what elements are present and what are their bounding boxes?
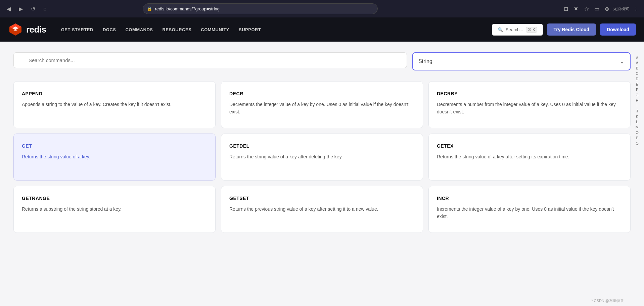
browser-actions: ⊡ 👁 ☆ ▭ ⊛ 无痕模式 ⋮: [562, 4, 640, 13]
browser-chrome: ◀ ▶ ↺ ⌂ 🔒 redis.io/commands/?group=strin…: [0, 0, 644, 17]
incognito-label: 无痕模式: [613, 6, 629, 12]
alpha-letter-Q[interactable]: Q: [634, 141, 640, 146]
split-view-icon[interactable]: ▭: [593, 4, 601, 13]
command-desc-getset: Returns the previous string value of a k…: [229, 206, 415, 213]
search-icon: 🔍: [498, 27, 503, 32]
alpha-letter-B[interactable]: B: [634, 66, 640, 70]
alphabet-sidebar: #ABCDEFGHIJKLMOPQ: [630, 52, 644, 148]
alpha-letter-E[interactable]: E: [634, 82, 640, 87]
command-search-input[interactable]: [13, 52, 407, 68]
command-card-decrby[interactable]: DECRBY Decrements a number from the inte…: [428, 81, 631, 128]
navbar: redis GET STARTED DOCS COMMANDS RESOURCE…: [0, 17, 644, 42]
command-title-decrby: DECRBY: [437, 91, 622, 96]
alpha-letter-P[interactable]: P: [634, 136, 640, 140]
command-title-decr: DECR: [229, 91, 415, 96]
navbar-links: GET STARTED DOCS COMMANDS RESOURCES COMM…: [61, 27, 261, 32]
command-title-append: APPEND: [22, 91, 207, 96]
command-title-incr: INCR: [437, 196, 622, 201]
command-title-getdel: GETDEL: [229, 143, 415, 149]
alpha-letter-M[interactable]: M: [634, 125, 640, 130]
bookmark-icon[interactable]: ☆: [583, 4, 590, 13]
nav-resources[interactable]: RESOURCES: [162, 27, 191, 32]
profile-icon[interactable]: ⊛: [603, 4, 610, 13]
command-desc-decr: Decrements the integer value of a key by…: [229, 101, 415, 115]
alpha-letter-D[interactable]: D: [634, 76, 640, 81]
command-card-append[interactable]: APPEND Appends a string to the value of …: [13, 81, 216, 128]
alpha-letter-I[interactable]: I: [634, 103, 640, 108]
alpha-letter-O[interactable]: O: [634, 130, 640, 135]
command-card-getex[interactable]: GETEX Returns the string value of a key …: [428, 134, 631, 181]
filter-value: String: [418, 58, 432, 64]
main-content: 🔍 String ⌄ APPEND Appends a string to th…: [0, 42, 644, 306]
forward-button[interactable]: ▶: [16, 4, 26, 13]
alpha-letter-#[interactable]: #: [634, 55, 640, 60]
search-label: Search...: [506, 27, 523, 32]
command-search-wrapper: 🔍: [13, 52, 407, 70]
command-card-getdel[interactable]: GETDEL Returns the string value of a key…: [221, 134, 423, 181]
global-search-button[interactable]: 🔍 Search... ⌘ K: [492, 24, 543, 36]
alpha-letter-J[interactable]: J: [634, 109, 640, 113]
url-text: redis.io/commands/?group=string: [155, 6, 220, 11]
nav-support[interactable]: SUPPORT: [239, 27, 261, 32]
command-card-getset[interactable]: GETSET Returns the previous string value…: [221, 186, 423, 233]
camera-off-icon[interactable]: 👁: [572, 4, 580, 13]
command-card-decr[interactable]: DECR Decrements the integer value of a k…: [221, 81, 423, 128]
navbar-actions: 🔍 Search... ⌘ K Try Redis Cloud Download: [492, 23, 636, 36]
alpha-letter-H[interactable]: H: [634, 98, 640, 103]
alpha-letter-G[interactable]: G: [634, 93, 640, 97]
command-card-incr[interactable]: INCR Increments the integer value of a k…: [428, 186, 631, 233]
command-title-getrange: GETRANGE: [22, 196, 207, 201]
alpha-letter-A[interactable]: A: [634, 60, 640, 65]
nav-community[interactable]: COMMUNITY: [201, 27, 229, 32]
commands-grid: APPEND Appends a string to the value of …: [13, 81, 631, 233]
back-button[interactable]: ◀: [4, 4, 13, 13]
translate-icon[interactable]: ⊡: [562, 4, 569, 13]
menu-icon[interactable]: ⋮: [632, 4, 640, 13]
nav-get-started[interactable]: GET STARTED: [61, 27, 93, 32]
alpha-letter-C[interactable]: C: [634, 71, 640, 76]
command-title-get: GET: [22, 143, 207, 149]
download-button[interactable]: Download: [600, 23, 636, 36]
try-redis-cloud-button[interactable]: Try Redis Cloud: [547, 23, 596, 36]
redis-logo-icon: [8, 23, 23, 36]
command-desc-incr: Increments the integer value of a key by…: [437, 206, 622, 220]
command-title-getex: GETEX: [437, 143, 622, 149]
lock-icon: 🔒: [147, 6, 152, 11]
search-shortcut: ⌘ K: [526, 27, 537, 33]
command-desc-getex: Returns the string value of a key after …: [437, 153, 622, 161]
logo-link[interactable]: redis: [8, 23, 46, 36]
alpha-letter-L[interactable]: L: [634, 119, 640, 124]
command-card-getrange[interactable]: GETRANGE Returns a substring of the stri…: [13, 186, 216, 233]
command-desc-getrange: Returns a substring of the string stored…: [22, 206, 207, 213]
watermark: * CSDN @布里特兹: [591, 298, 624, 303]
alpha-letter-K[interactable]: K: [634, 114, 640, 119]
command-desc-getdel: Returns the string value of a key after …: [229, 153, 415, 161]
command-desc-append: Appends a string to the value of a key. …: [22, 101, 207, 108]
nav-commands[interactable]: COMMANDS: [125, 27, 153, 32]
address-bar[interactable]: 🔒 redis.io/commands/?group=string: [143, 3, 378, 14]
chevron-down-icon: ⌄: [619, 58, 625, 65]
home-button[interactable]: ⌂: [41, 4, 49, 13]
search-filter-row: 🔍 String ⌄: [13, 52, 631, 70]
alpha-letter-F[interactable]: F: [634, 87, 640, 92]
command-desc-decrby: Decrements a number from the integer val…: [437, 101, 622, 115]
nav-docs[interactable]: DOCS: [103, 27, 116, 32]
command-card-get[interactable]: GET Returns the string value of a key.: [13, 134, 216, 181]
command-desc-get: Returns the string value of a key.: [22, 153, 207, 161]
logo-text: redis: [26, 24, 46, 35]
filter-dropdown[interactable]: String ⌄: [412, 52, 631, 70]
command-title-getset: GETSET: [229, 196, 415, 201]
refresh-button[interactable]: ↺: [28, 4, 38, 13]
